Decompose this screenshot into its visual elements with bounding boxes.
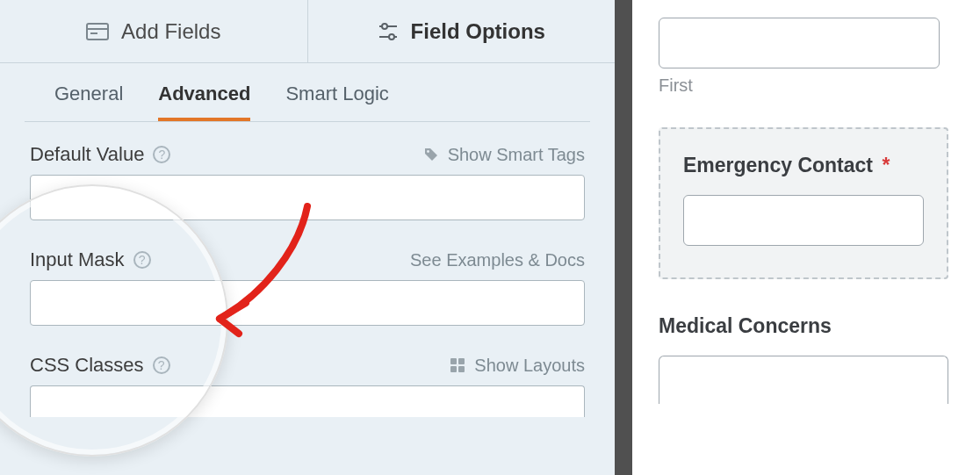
- emergency-contact-input[interactable]: [683, 195, 924, 246]
- setting-header: Input Mask ? See Examples & Docs: [30, 248, 585, 271]
- emergency-title-text: Emergency Contact: [683, 154, 873, 176]
- tab-field-options[interactable]: Field Options: [308, 0, 616, 62]
- setting-header: CSS Classes ? Show Layouts: [30, 354, 585, 377]
- input-mask-label: Input Mask: [30, 248, 125, 271]
- examples-docs-text: See Examples & Docs: [410, 250, 585, 270]
- tab-add-fields-label: Add Fields: [121, 19, 220, 44]
- css-classes-input[interactable]: [30, 385, 585, 417]
- svg-point-5: [382, 24, 387, 29]
- sub-tabs: General Advanced Smart Logic: [25, 63, 590, 122]
- show-layouts-link[interactable]: Show Layouts: [450, 356, 585, 376]
- sliders-icon: [378, 22, 399, 41]
- svg-rect-0: [87, 24, 108, 40]
- first-name-sublabel: First: [659, 76, 980, 96]
- setting-input-mask: Input Mask ? See Examples & Docs: [30, 248, 585, 326]
- setting-css-classes: CSS Classes ? Show Layouts: [30, 354, 585, 417]
- setting-header: Default Value ? Show Smart Tags: [30, 143, 585, 166]
- first-name-input[interactable]: [659, 18, 940, 68]
- smart-tags-text: Show Smart Tags: [448, 145, 585, 165]
- subtab-advanced[interactable]: Advanced: [158, 83, 250, 121]
- label-wrap: Input Mask ?: [30, 248, 151, 271]
- svg-rect-11: [458, 366, 465, 372]
- input-mask-input[interactable]: [30, 280, 585, 326]
- default-value-label: Default Value: [30, 143, 144, 166]
- svg-point-7: [427, 150, 429, 153]
- css-classes-label: CSS Classes: [30, 354, 144, 377]
- medical-concerns-label: Medical Concerns: [659, 314, 948, 338]
- help-icon[interactable]: ?: [153, 146, 170, 163]
- emergency-contact-label: Emergency Contact *: [683, 154, 924, 177]
- medical-concerns-field[interactable]: Medical Concerns: [659, 314, 948, 404]
- label-wrap: Default Value ?: [30, 143, 170, 166]
- default-value-input[interactable]: [30, 175, 585, 220]
- emergency-contact-field[interactable]: Emergency Contact *: [659, 127, 948, 279]
- form-preview: First Emergency Contact * Medical Concer…: [632, 0, 980, 475]
- svg-rect-9: [458, 358, 465, 364]
- required-star: *: [882, 154, 890, 176]
- form-fields-icon: [86, 23, 109, 40]
- advanced-settings: Default Value ? Show Smart Tags Input Ma…: [0, 122, 615, 445]
- svg-rect-8: [450, 358, 457, 364]
- subtab-general[interactable]: General: [54, 83, 123, 121]
- tag-icon: [423, 147, 439, 162]
- grid-icon: [450, 357, 465, 373]
- svg-rect-10: [450, 366, 457, 372]
- see-examples-link[interactable]: See Examples & Docs: [410, 250, 585, 270]
- setting-default-value: Default Value ? Show Smart Tags: [30, 143, 585, 220]
- show-layouts-text: Show Layouts: [474, 356, 585, 376]
- medical-concerns-input[interactable]: [659, 356, 948, 404]
- field-options-panel: Add Fields Field Options General Advance…: [0, 0, 615, 475]
- help-icon[interactable]: ?: [133, 251, 151, 269]
- help-icon[interactable]: ?: [153, 356, 170, 374]
- top-tabs: Add Fields Field Options: [0, 0, 615, 63]
- svg-point-6: [389, 34, 394, 40]
- tab-add-fields[interactable]: Add Fields: [0, 0, 308, 62]
- label-wrap: CSS Classes ?: [30, 354, 170, 377]
- panel-divider: [615, 0, 632, 475]
- show-smart-tags-link[interactable]: Show Smart Tags: [423, 145, 585, 165]
- tab-field-options-label: Field Options: [411, 19, 545, 44]
- subtab-smart-logic[interactable]: Smart Logic: [285, 83, 388, 121]
